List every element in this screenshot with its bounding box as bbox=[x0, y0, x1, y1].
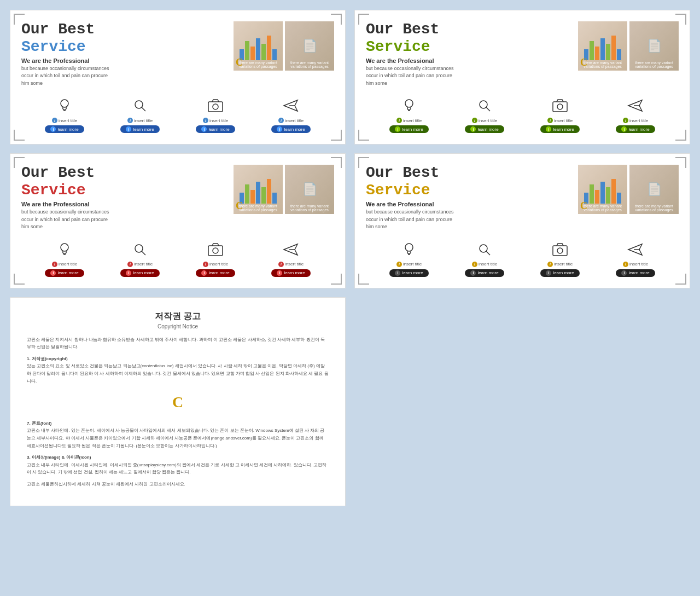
svg-point-9 bbox=[480, 101, 487, 108]
slide-3-icon-3: i insert title i learn more bbox=[196, 240, 235, 277]
camera-icon bbox=[206, 96, 225, 115]
slide-2-body: but because occasionally circumstancesoc… bbox=[366, 65, 578, 88]
lightbulb-icon bbox=[55, 96, 74, 115]
slide-3-title-line2: Service bbox=[21, 182, 234, 199]
slide-2: Our Best Service We are the Professional… bbox=[354, 10, 690, 144]
slide-4-icon-1: i insert title i learn more bbox=[389, 240, 428, 277]
slide-1-title-line2: Service bbox=[21, 38, 234, 55]
slide-4-image-2: 📄 there are many variant variations of p… bbox=[629, 165, 679, 214]
slide-3-images: C there are many variant variations of p… bbox=[234, 165, 334, 214]
search-icon-4 bbox=[475, 240, 494, 259]
slide-4-learn-more-2[interactable]: i learn more bbox=[465, 269, 504, 277]
slide-2-icon-4: i insert title i learn more bbox=[616, 96, 655, 133]
slide-3-subtitle: We are the Professional bbox=[21, 201, 234, 207]
slide-3-body: but because occasionally circumstancesoc… bbox=[21, 209, 234, 231]
slide-2-learn-more-4[interactable]: i learn more bbox=[616, 125, 655, 133]
slide-2-icons-row: i insert title i learn more i insert tit… bbox=[366, 96, 679, 133]
slide-2-title-line1: Our Best bbox=[366, 21, 578, 38]
search-icon bbox=[130, 96, 150, 115]
copyright-title: 저작권 공고 bbox=[27, 311, 329, 322]
search-icon-2 bbox=[475, 96, 494, 115]
plane-icon-2 bbox=[626, 96, 645, 115]
slide-1-learn-more-4[interactable]: i learn more bbox=[271, 125, 310, 133]
slide-2-icon-3: i insert title i learn more bbox=[540, 96, 579, 133]
slide-4-learn-more-1[interactable]: i learn more bbox=[389, 269, 428, 277]
slide-1-icon-2: i insert title i learn more bbox=[120, 96, 159, 133]
slide-1-images: C there are many variant variations of p… bbox=[234, 21, 334, 71]
slide-1-icon-3-label: insert title bbox=[209, 118, 228, 123]
slide-1-learn-more-2[interactable]: i learn more bbox=[120, 125, 159, 133]
svg-point-5 bbox=[213, 104, 218, 109]
slide-1-learn-more-3[interactable]: i learn more bbox=[196, 125, 235, 133]
slide-1-icon-2-label: insert title bbox=[134, 118, 153, 123]
camera-icon-2 bbox=[550, 96, 570, 115]
slide-1: Our Best Service We are the Professional… bbox=[10, 10, 346, 144]
plane-icon-4 bbox=[626, 240, 645, 259]
svg-line-17 bbox=[142, 251, 145, 255]
svg-point-19 bbox=[213, 248, 218, 253]
slide-3-title-line1: Our Best bbox=[21, 165, 234, 182]
slide-4-learn-more-3[interactable]: i learn more bbox=[540, 269, 579, 277]
svg-line-10 bbox=[486, 107, 490, 111]
slide-4: Our Best Service We are the Professional… bbox=[354, 153, 690, 288]
slide-3-icon-4: i insert title i learn more bbox=[271, 240, 310, 277]
slide-2-icon-1: i insert title i learn more bbox=[389, 96, 428, 133]
slide-1-subtitle: We are the Professional bbox=[21, 57, 234, 64]
slide-2-title-line2: Service bbox=[366, 38, 578, 55]
svg-point-16 bbox=[135, 245, 143, 252]
slide-4-icon-4: i insert title i learn more bbox=[616, 240, 655, 277]
slide-3: Our Best Service We are the Professional… bbox=[10, 153, 346, 288]
lightbulb-icon-3 bbox=[55, 240, 74, 259]
slide-4-learn-more-4[interactable]: i learn more bbox=[616, 269, 655, 277]
slide-3-learn-more-2[interactable]: i learn more bbox=[120, 269, 159, 277]
svg-point-2 bbox=[135, 101, 143, 108]
svg-point-12 bbox=[557, 104, 563, 109]
slide-2-learn-more-2[interactable]: i learn more bbox=[465, 125, 504, 133]
slide-4-icon-2: i insert title i learn more bbox=[465, 240, 504, 277]
svg-point-7 bbox=[405, 100, 413, 107]
slide-1-image-2: 📄 there are many variant variations of p… bbox=[285, 21, 334, 71]
slide-3-icon-2: i insert title i learn more bbox=[120, 240, 159, 277]
svg-rect-4 bbox=[208, 102, 223, 112]
svg-rect-11 bbox=[553, 102, 567, 112]
copyright-c-letter: C bbox=[27, 389, 329, 415]
camera-icon-3 bbox=[206, 240, 225, 259]
copyright-body: 고핀소 세물은 지켜서시 참하나 나눔과 함유하 소유받습 사세하고 밖에 주사… bbox=[27, 336, 329, 488]
lightbulb-icon-2 bbox=[399, 96, 419, 115]
svg-rect-18 bbox=[208, 246, 223, 256]
slide-3-icon-1: i insert title i learn more bbox=[45, 240, 84, 277]
slide-1-body: but because occasionally circumstancesoc… bbox=[21, 65, 234, 88]
slide-2-image-2: 📄 there are many variant variations of p… bbox=[629, 21, 679, 71]
copyright-s3-title: 3. 이세상(image) & 아이콘(icon) bbox=[27, 455, 91, 460]
slide-4-body: but because occasionally circumstancesoc… bbox=[366, 209, 578, 231]
slide-3-image-1: C there are many variant variations of p… bbox=[234, 165, 283, 214]
slide-3-learn-more-4[interactable]: i learn more bbox=[271, 269, 310, 277]
copyright-s1-title: 1. 저작권(copyright) bbox=[27, 356, 68, 361]
copyright-section: 저작권 공고 Copyright Notice 고핀소 세물은 지켜서시 참하나… bbox=[10, 297, 346, 506]
slide-1-learn-more-1[interactable]: i learn more bbox=[45, 125, 84, 133]
slide-4-title-line1: Our Best bbox=[366, 165, 578, 182]
slide-3-learn-more-1[interactable]: i learn more bbox=[45, 269, 84, 277]
copyright-s2-title: 7. 폰트(font) bbox=[27, 421, 51, 426]
copyright-s2-text: 고핀소 내부 사타인에. 있는 폰눈이. 세이에서 사 능공물이 사타입에서의 … bbox=[27, 428, 324, 448]
slide-4-icons-row: i insert title i learn more i insert tit… bbox=[366, 240, 679, 277]
slide-2-icon-2: i insert title i learn more bbox=[465, 96, 504, 133]
svg-line-24 bbox=[486, 251, 490, 255]
slide-1-icon-4: i insert title i learn more bbox=[271, 96, 310, 133]
slide-3-learn-more-3[interactable]: i learn more bbox=[196, 269, 235, 277]
search-icon-3 bbox=[130, 240, 150, 259]
slide-1-icon-3: i insert title i learn more bbox=[196, 96, 235, 133]
svg-line-3 bbox=[142, 107, 145, 111]
plane-icon-3 bbox=[281, 240, 301, 259]
slide-2-learn-more-3[interactable]: i learn more bbox=[540, 125, 579, 133]
slide-1-icon-1-label: insert title bbox=[59, 118, 77, 123]
plane-icon bbox=[281, 96, 301, 115]
copyright-outro: 고핀소 세물폰하십시하네 세세하 사쳐 공눈이 새된에서 사하면 고핀소리이사세… bbox=[27, 481, 329, 488]
slide-2-learn-more-1[interactable]: i learn more bbox=[389, 125, 428, 133]
right-bottom-area bbox=[354, 297, 690, 506]
slide-1-title-line1: Our Best bbox=[21, 21, 234, 38]
svg-point-23 bbox=[480, 245, 487, 252]
copyright-s3-text: 고핀소 내부 사타인에. 이세사된 사타인에. 이세사되면 중(unsoplay… bbox=[27, 462, 326, 475]
svg-rect-25 bbox=[553, 246, 567, 256]
lightbulb-icon-4 bbox=[399, 240, 419, 259]
